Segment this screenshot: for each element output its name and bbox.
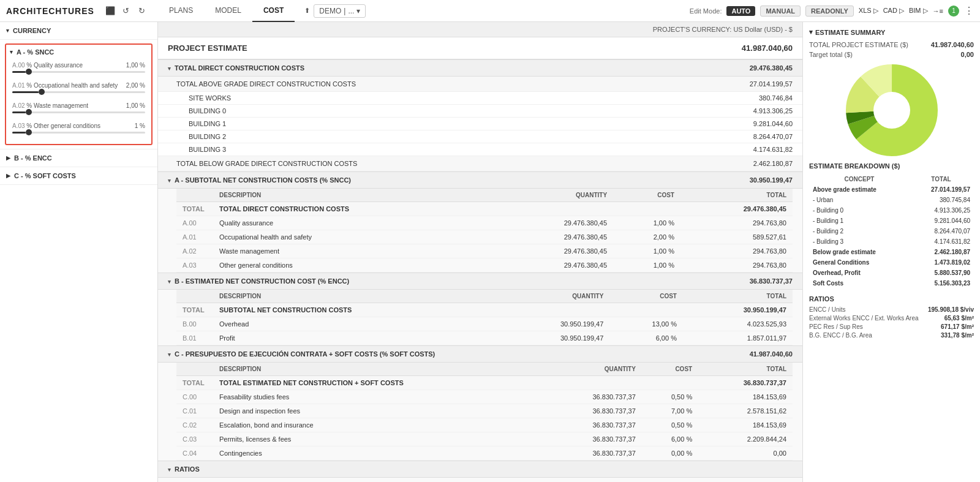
encc-label: B - % ENCC [14, 154, 52, 162]
currency-header[interactable]: ▾ CURRENCY [0, 22, 157, 39]
target-total-value: 0,00 [961, 51, 974, 58]
currency-bar: PROJECT'S CURRENCY: US Dollar (USD) - $ [158, 22, 802, 37]
list-item: - Building 04.913.306,25 [810, 206, 973, 215]
main-layout: ▾ CURRENCY ▾ A - % SNCC A.00 % Quality a… [0, 22, 980, 482]
a03-label: % Other general conditions [26, 122, 100, 129]
site-works-label: SITE WORKS [189, 94, 231, 102]
demo-separator: | [344, 7, 345, 15]
encc-th-description: DESCRIPTION [213, 290, 500, 303]
sidebar-item-a02: A.02 % Waste management 1,00 % [10, 100, 148, 120]
a01-label: % Occupational health and safety [26, 82, 118, 89]
project-estimate-value: 41.987.040,60 [742, 43, 793, 53]
breakdown-th-concept: CONCEPT [810, 175, 908, 184]
encc-section-value: 36.830.737,37 [750, 277, 793, 285]
estimate-breakdown: ESTIMATE BREAKDOWN ($) CONCEPT TOTAL Abo… [809, 162, 974, 289]
above-grade-value: 27.014.199,57 [750, 80, 793, 88]
table-row: TOTALTOTAL DIRECT CONSTRUCTION COSTS29.4… [176, 202, 793, 216]
list-item: - Building 28.264.470,07 [810, 227, 973, 236]
sncc-group: ▾ A - % SNCC A.00 % Quality assurance 1,… [5, 43, 153, 145]
a02-code: A.02 [12, 102, 25, 109]
sidebar-item-a01: A.01 % Occupational health and safety 2,… [10, 80, 148, 100]
total-project-label: TOTAL PROJECT ESTIMATE ($) [809, 41, 908, 48]
section-encc-header[interactable]: ▾B - ESTIMATED NET CONSTRUCTION COST (% … [158, 273, 802, 290]
building3-label: BUILDING 3 [189, 146, 226, 153]
table-row: A.02Waste management29.476.380,451,00 %2… [176, 244, 793, 258]
list-item: ENCC / Units195.908,18 $/viv [809, 306, 974, 313]
xls-export-button[interactable]: XLS ▷ [859, 7, 878, 15]
ratios-chevron: ▾ [168, 467, 171, 473]
pie-center [873, 92, 910, 129]
ratios-label: RATIOS [175, 465, 200, 473]
section-encc: ▾B - ESTIMATED NET CONSTRUCTION COST (% … [158, 273, 802, 345]
encc-th-code [176, 290, 213, 303]
table-row: A.01Occupational health and safety29.476… [176, 230, 793, 244]
section-total-direct-header[interactable]: ▾TOTAL DIRECT CONSTRUCTION COSTS 29.476.… [158, 59, 802, 77]
total-project-value: 41.987.040,60 [931, 41, 974, 48]
target-total-label: Target total ($) [809, 51, 853, 58]
table-row: C.02Escalation, bond and insurance36.830… [176, 418, 793, 432]
right-panel: ▾ ESTIMATE SUMMARY TOTAL PROJECT ESTIMAT… [802, 22, 980, 482]
encc-table: DESCRIPTION QUANTITY COST TOTAL TOTALSUB… [176, 290, 793, 345]
section-soft-costs-header[interactable]: ▾C - PRESUPUESTO DE EJECUCIÓN CONTRATA +… [158, 345, 802, 363]
soft-costs-header[interactable]: ▶ C - % SOFT COSTS [0, 167, 157, 184]
a00-label: % Quality assurance [26, 62, 83, 69]
site-works-value: 380.746,84 [759, 94, 793, 102]
save-icon[interactable]: ⬛ [104, 5, 116, 17]
sncc-chevron: ▾ [10, 49, 13, 55]
breakdown-table: CONCEPT TOTAL Above grade estimate27.014… [809, 173, 974, 289]
edit-auto-button[interactable]: AUTO [726, 6, 755, 16]
tab-cost[interactable]: COST [252, 0, 295, 22]
a00-value: 1,00 % [126, 62, 145, 69]
table-row: B.01Profit30.950.199,476,00 %1.857.011,9… [176, 331, 793, 345]
a01-slider[interactable] [12, 91, 145, 95]
section-ratios-header[interactable]: ▾RATIOS [158, 461, 802, 478]
redo-icon[interactable]: ↻ [136, 5, 148, 17]
undo-icon[interactable]: ↺ [120, 5, 132, 17]
th-total: TOTAL [680, 189, 793, 202]
bim-export-button[interactable]: BIM ▷ [909, 7, 928, 15]
th-quantity: QUANTITY [501, 189, 613, 202]
more-options-button[interactable]: ⋮ [964, 5, 974, 17]
demo-chevron: ▾ [356, 7, 360, 15]
edit-manual-button[interactable]: MANUAL [760, 6, 801, 17]
list-item: Overhead, Profit5.880.537,90 [810, 268, 973, 277]
encc-header[interactable]: ▶ B - % ENCC [0, 149, 157, 167]
estimate-summary: ▾ ESTIMATE SUMMARY TOTAL PROJECT ESTIMAT… [809, 28, 974, 156]
encc-section-chevron: ▾ [168, 279, 171, 285]
list-item: - Building 19.281.044,60 [810, 216, 973, 225]
a03-slider[interactable] [12, 132, 145, 135]
arrow-icon[interactable]: →≡ [933, 7, 943, 15]
below-grade-header: TOTAL BELOW GRADE DIRECT CONSTRUCTION CO… [158, 156, 802, 171]
list-item: External Works ENCC / Ext. Works Area65,… [809, 315, 974, 322]
list-item: Below grade estimate2.462.180,87 [810, 247, 973, 257]
tab-plans[interactable]: PLANS [158, 0, 204, 22]
sncc-section-value: 30.950.199,47 [750, 176, 793, 184]
building0-row: BUILDING 0 4.913.306,25 [158, 105, 802, 118]
pie-svg [846, 64, 938, 156]
demo-button[interactable]: DEMO | ... ▾ [314, 4, 366, 18]
list-item: General Conditions1.473.819,02 [810, 258, 973, 267]
a02-slider[interactable] [12, 111, 145, 115]
a00-code: A.00 [12, 62, 25, 69]
edit-readonly-button[interactable]: READONLY [805, 6, 854, 17]
building3-row: BUILDING 3 4.174.631,82 [158, 143, 802, 156]
sncc-group-header[interactable]: ▾ A - % SNCC [10, 48, 148, 56]
list-item: - Urban380.745,84 [810, 195, 973, 205]
logo: ARCHITECHTURES [6, 6, 94, 16]
soft-costs-table-wrapper: DESCRIPTION QUANTITY COST TOTAL TOTALTOT… [158, 363, 802, 461]
sc-th-quantity: QUANTITY [548, 363, 642, 376]
notification-badge[interactable]: 1 [948, 6, 959, 17]
building2-label: BUILDING 2 [189, 133, 226, 140]
sncc-table-wrapper: DESCRIPTION QUANTITY COST TOTAL TOTALTOT… [158, 189, 802, 273]
above-grade-header: TOTAL ABOVE GRADE DIRECT CONSTRUCTION CO… [158, 77, 802, 92]
encc-table-wrapper: DESCRIPTION QUANTITY COST TOTAL TOTALSUB… [158, 290, 802, 345]
a02-value: 1,00 % [126, 102, 145, 109]
table-row: TOTALSUBTOTAL NET CONSTRUCTION COSTS30.9… [176, 303, 793, 317]
th-description: DESCRIPTION [213, 189, 501, 202]
tab-model[interactable]: MODEL [204, 0, 252, 22]
a00-slider[interactable] [12, 71, 145, 75]
cad-export-button[interactable]: CAD ▷ [883, 7, 904, 15]
section-sncc-header[interactable]: ▾A - SUBTOTAL NET CONSTRUCTION COSTS (% … [158, 171, 802, 189]
th-cost: COST [613, 189, 680, 202]
estimate-summary-chevron: ▾ [809, 28, 813, 36]
